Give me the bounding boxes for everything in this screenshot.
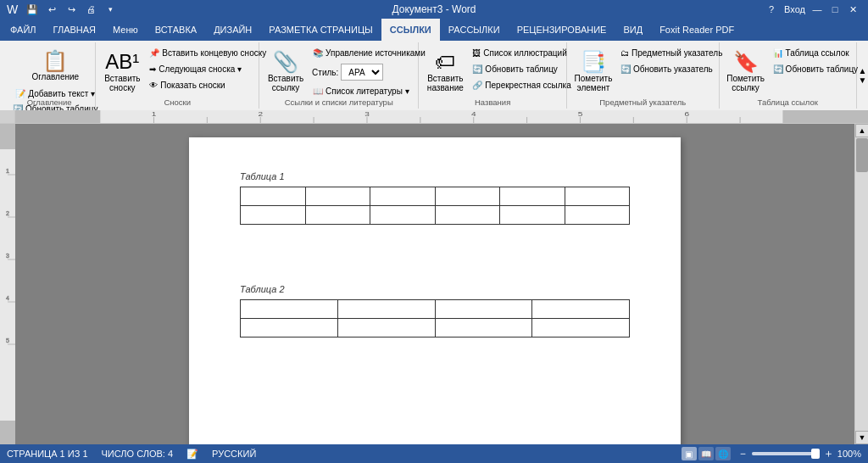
table-of-figures-button[interactable]: 🖼 Список иллюстраций (468, 46, 575, 60)
table-cell[interactable] (241, 319, 338, 337)
print-button[interactable]: 🖨 (82, 2, 99, 17)
table2-caption: Таблица 2 (240, 284, 630, 294)
caption-label: Вставитьназвание (427, 74, 464, 92)
update-authorities-button[interactable]: 🔄 Обновить таблицу (769, 62, 863, 76)
tab-insert[interactable]: ВСТАВКА (147, 19, 205, 41)
table-cell[interactable] (370, 206, 436, 225)
table1 (240, 187, 630, 225)
window-controls: — □ ✕ (809, 2, 861, 17)
footnote-label: Вставитьсноску (104, 74, 140, 92)
table-cell[interactable] (500, 187, 565, 206)
tab-design[interactable]: ДИЗАЙН (205, 19, 260, 41)
tab-review[interactable]: РЕЦЕНЗИРОВАНИЕ (509, 19, 615, 41)
table-cell[interactable] (337, 300, 435, 319)
update-captions-button[interactable]: 🔄 Обновить таблицу (468, 62, 575, 76)
table-row (241, 206, 630, 225)
insert-endnote-button[interactable]: 📌 Вставить концевую сноску (145, 46, 270, 60)
next-footnote-button[interactable]: ➡ Следующая сноска ▾ (145, 62, 270, 76)
group-footnotes: AB¹ Вставитьсноску 📌 Вставить концевую с… (96, 42, 259, 109)
toc-button[interactable]: 📋 Оглавление (25, 46, 85, 86)
insert-footnote-button[interactable]: AB¹ Вставитьсноску (101, 46, 143, 97)
insert-caption-button[interactable]: 🏷 Вставитьназвание (424, 46, 466, 97)
tab-layout[interactable]: РАЗМЕТКА СТРАНИЦЫ (260, 19, 381, 41)
redo-button[interactable]: ↪ (63, 2, 80, 17)
window-title: Документ3 - Word (392, 3, 476, 15)
manage-sources-button[interactable]: 📚 Управление источниками (309, 46, 430, 60)
bibliography-button[interactable]: 📖 Список литературы ▾ (309, 84, 430, 98)
tab-foxit[interactable]: Foxit Reader PDF (651, 19, 743, 41)
tab-home[interactable]: ГЛАВНАЯ (45, 19, 104, 41)
zoom-handle[interactable] (811, 449, 820, 459)
mark-citation-button[interactable]: 🔖 Пометитьссылку (725, 46, 767, 97)
table-cell[interactable] (435, 187, 500, 206)
toc-label: Оглавление (31, 72, 79, 81)
undo-button[interactable]: ↩ (43, 2, 60, 17)
table-cell[interactable] (241, 206, 306, 225)
vertical-ruler: 1 2 3 4 5 (0, 124, 15, 444)
zoom-track[interactable] (752, 452, 820, 455)
table-cell[interactable] (565, 187, 630, 206)
scroll-area[interactable]: Таблица 1 (15, 124, 854, 444)
vertical-scrollbar[interactable]: ▲ ▼ (854, 124, 868, 444)
table-cell[interactable] (532, 319, 630, 337)
group-index: 📑 Пометитьэлемент 🗂 Предметный указатель… (567, 42, 720, 109)
scroll-up-button[interactable]: ▲ (855, 124, 868, 137)
ruler: 1 2 3 4 5 6 (0, 110, 868, 124)
ribbon: 📋 Оглавление 📝 Добавить текст ▾ 🔄 Обнови… (0, 41, 868, 110)
table-cell[interactable] (241, 187, 306, 206)
tab-references[interactable]: ССЫЛКИ (381, 19, 440, 41)
maximize-button[interactable]: □ (826, 2, 843, 17)
show-notes-icon: 👁 (149, 81, 158, 90)
update-index-button[interactable]: 🔄 Обновить указатель (616, 62, 726, 76)
insert-index-button[interactable]: 🗂 Предметный указатель (616, 46, 726, 60)
table-cell[interactable] (241, 300, 338, 319)
table-cell[interactable] (435, 206, 500, 225)
zoom-level: 100% (837, 449, 861, 459)
print-layout-button[interactable]: ▣ (682, 447, 697, 460)
insert-citation-button[interactable]: 📎 Вставитьссылку (264, 46, 307, 97)
table-cell[interactable] (435, 319, 532, 337)
scroll-down-button[interactable]: ▼ (855, 431, 868, 444)
svg-text:1: 1 (6, 168, 9, 174)
minimize-button[interactable]: — (809, 2, 826, 17)
citation-style-select[interactable]: АРА (341, 64, 383, 81)
endnote-icon: 📌 (149, 48, 159, 58)
table-cell[interactable] (370, 187, 436, 206)
mark-entry-icon: 📑 (581, 50, 606, 74)
zoom-out-button[interactable]: － (737, 446, 748, 461)
mark-entry-label: Пометитьэлемент (575, 74, 613, 92)
svg-text:3: 3 (6, 253, 9, 259)
signin-button[interactable]: Вход (784, 4, 805, 14)
scroll-thumb[interactable] (856, 138, 868, 172)
zoom-in-button[interactable]: ＋ (823, 446, 834, 461)
svg-text:3: 3 (364, 110, 370, 118)
table-cell[interactable] (532, 300, 630, 319)
table-authorities-button[interactable]: 📊 Таблица ссылок (769, 46, 863, 60)
table-cell[interactable] (565, 206, 630, 225)
caption-icon: 🏷 (435, 50, 455, 74)
table-cell[interactable] (305, 187, 370, 206)
scroll-track[interactable] (855, 137, 868, 431)
table-cell[interactable] (337, 319, 435, 337)
tab-file[interactable]: ФАЙЛ (2, 19, 45, 41)
mark-entry-button[interactable]: 📑 Пометитьэлемент (572, 46, 615, 97)
close-button[interactable]: ✕ (844, 2, 861, 17)
tab-menu[interactable]: Меню (104, 19, 147, 41)
customize-qa-button[interactable]: ▾ (102, 2, 119, 17)
table-cell[interactable] (435, 300, 532, 319)
help-button[interactable]: ? (769, 4, 774, 14)
table-cell[interactable] (500, 206, 565, 225)
bibliography-icon: 📖 (313, 86, 323, 96)
tab-mailings[interactable]: РАССЫЛКИ (440, 19, 509, 41)
authorities-icon: 📊 (773, 48, 783, 58)
cross-reference-button[interactable]: 🔗 Перекрестная ссылка (468, 78, 575, 92)
show-notes-button[interactable]: 👁 Показать сноски (145, 78, 270, 92)
table-cell[interactable] (305, 206, 370, 225)
mark-citation-label: Пометитьссылку (726, 74, 765, 92)
tab-view[interactable]: ВИД (615, 19, 651, 41)
svg-text:4: 4 (6, 295, 9, 301)
reading-layout-button[interactable]: 📖 (698, 447, 714, 460)
web-layout-button[interactable]: 🌐 (715, 447, 731, 460)
table-row (241, 187, 630, 206)
save-button[interactable]: 💾 (24, 2, 41, 17)
